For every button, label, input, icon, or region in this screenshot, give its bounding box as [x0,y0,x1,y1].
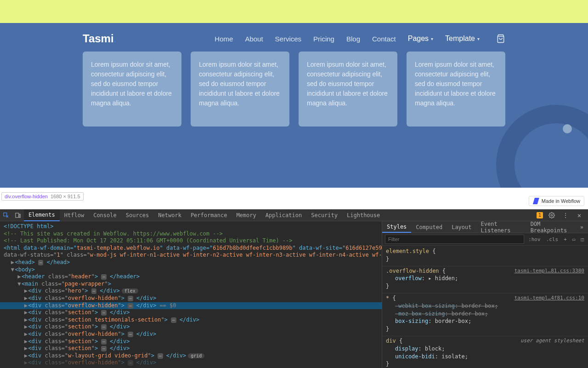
styles-rules[interactable]: element.style { } tasmi-templ…81.css:338… [382,246,588,368]
rule-div-ua: user agent stylesheet div { display: blo… [382,336,588,368]
cart-icon[interactable] [496,34,505,43]
styles-tab-more[interactable]: » [576,221,588,233]
page-preview: Tasmi. Home About Services Pricing Blog … [0,23,588,188]
device-toolbar-icon[interactable] [12,209,24,221]
card-row: Lorem ipsum dolor sit amet, consectetur … [0,50,588,126]
nav-template-dropdown[interactable]: Template▾ [445,34,480,43]
tab-lighthouse[interactable]: Lighthouse [342,209,384,221]
chevron-down-icon: ▾ [477,36,480,41]
dom-tree[interactable]: <!DOCTYPE html> <!-- This site was creat… [0,221,382,368]
svg-rect-2 [19,214,20,217]
rule-universal: tasmi-templ…4f81.css:10 * { -webkit-box-… [382,293,588,336]
dom-node-div[interactable]: ▶<div class="w-layout-grid video-grid"> … [0,352,382,360]
styles-tab-computed[interactable]: Computed [411,221,447,233]
rule-overflow-hidden: tasmi-templ…81.css:3380 .overflow-hidden… [382,266,588,293]
cls-toggle[interactable]: .cls [545,236,560,242]
styles-tab-eventlisteners[interactable]: Event Listeners [476,221,526,233]
site-logo[interactable]: Tasmi. [83,32,116,45]
tab-htflow[interactable]: Htflow [60,209,89,221]
card-4: Lorem ipsum dolor sit amet, consectetur … [407,52,505,126]
dom-node-div[interactable]: ▶<div class="overflow-hidden"> ⋯ </div> [0,331,382,338]
dom-node-div[interactable]: ▶<div class="hero"> ⋯ </div>flex [0,288,382,295]
rule-element-style: element.style { } [382,247,588,266]
tab-memory[interactable]: Memory [232,209,260,221]
nav-pages-dropdown[interactable]: Pages▾ [408,34,433,43]
element-hover-tooltip: div.overflow-hidden 1680 × 911.5 [1,192,84,201]
chevron-down-icon: ▾ [431,36,433,41]
devtools-panel: Elements Htflow Console Sources Network … [0,209,588,368]
dom-node-div[interactable]: ▶<div class="overflow-hidden"> ⋯ </div> [0,295,382,302]
dom-node-div[interactable]: ▶<div class="section"> ⋯ </div> [0,345,382,352]
nav-blog[interactable]: Blog [346,35,360,43]
styles-panel: Styles Computed Layout Event Listeners D… [382,221,588,368]
nav-about[interactable]: About [245,35,263,43]
tab-network[interactable]: Network [153,209,186,221]
panel-layout-icon[interactable]: ◫ [579,236,585,242]
print-icon[interactable]: ▭ [571,236,577,242]
styles-filter-input[interactable] [385,235,524,244]
close-icon[interactable]: ✕ [573,209,585,221]
primary-nav: Home About Services Pricing Blog Contact… [215,34,505,43]
tab-performance[interactable]: Performance [186,209,232,221]
svg-rect-1 [16,213,19,217]
tab-console[interactable]: Console [89,209,121,221]
nav-contact[interactable]: Contact [372,35,396,43]
styles-tab-dombreakpoints[interactable]: DOM Breakpoints [526,221,576,233]
svg-point-3 [551,214,553,216]
dom-node-div[interactable]: ▶<div class="overflow-hidden"> ⋯ </div> [0,359,382,367]
dom-node-div[interactable]: ▶<div class="section testimonials-sectio… [0,316,382,324]
new-rule-button[interactable]: + [562,236,568,242]
more-icon[interactable]: ⋮ [560,209,571,221]
settings-icon[interactable] [546,209,558,221]
nav-pricing[interactable]: Pricing [313,35,334,43]
tab-sources[interactable]: Sources [121,209,154,221]
site-header: Tasmi. Home About Services Pricing Blog … [0,23,588,50]
card-2: Lorem ipsum dolor sit amet, consectetur … [191,52,289,126]
dom-node-div[interactable]: ▶<div class="section"> ⋯ </div> [0,338,382,345]
styles-toolbar: :hov .cls + ▭ ◫ [382,233,588,246]
webflow-badge[interactable]: Made in Webflow [529,196,584,206]
webflow-logo-icon [533,198,539,204]
card-1: Lorem ipsum dolor sit amet, consectetur … [83,52,181,126]
dom-node-div[interactable]: ▶<div class="section"> ⋯ </div> [0,323,382,331]
tab-security[interactable]: Security [306,209,342,221]
styles-tab-layout[interactable]: Layout [447,221,476,233]
issues-badge[interactable]: 1 [537,212,543,218]
devtools-tabbar: Elements Htflow Console Sources Network … [0,209,588,221]
styles-tabbar: Styles Computed Layout Event Listeners D… [382,221,588,233]
card-3: Lorem ipsum dolor sit amet, consectetur … [299,52,397,126]
tab-elements[interactable]: Elements [24,209,60,221]
dom-node-div[interactable]: ▶<div class="section"> ⋯ </div> [0,309,382,316]
tab-application[interactable]: Application [261,209,306,221]
inspect-element-icon[interactable] [0,209,12,221]
nav-services[interactable]: Services [275,35,302,43]
styles-tab-styles[interactable]: Styles [382,221,411,233]
nav-home[interactable]: Home [215,35,233,43]
hov-toggle[interactable]: :hov [527,236,542,242]
dom-node-div[interactable]: ▶<div class="overflow-hidden"> ⋯ </div> … [0,302,382,310]
